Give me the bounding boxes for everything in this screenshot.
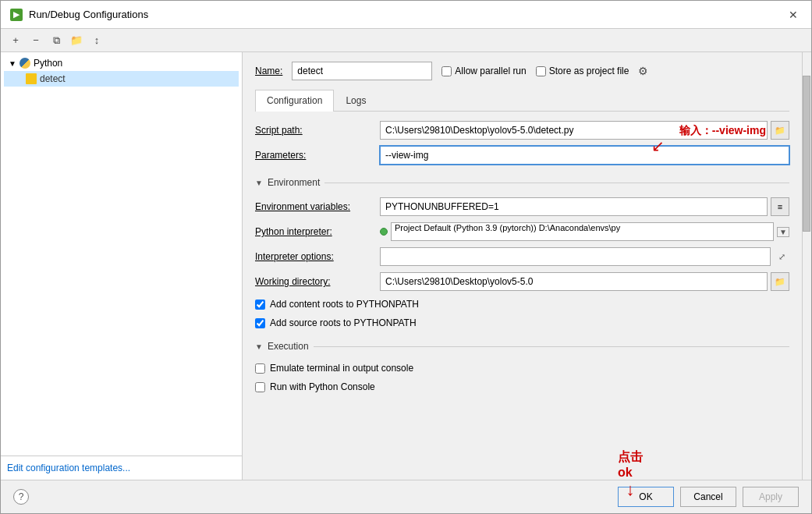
folder-config-button[interactable]: 📁 bbox=[68, 32, 85, 49]
script-path-label: Script path: bbox=[255, 125, 380, 136]
emulate-terminal-checkbox[interactable] bbox=[255, 363, 265, 374]
working-dir-input[interactable] bbox=[380, 272, 768, 291]
parameters-input[interactable] bbox=[380, 146, 789, 165]
section-divider bbox=[324, 183, 789, 183]
script-path-browse[interactable]: 📁 bbox=[771, 121, 789, 140]
edit-templates-link[interactable]: Edit configuration templates... bbox=[7, 463, 130, 473]
env-vars-edit[interactable]: ≡ bbox=[771, 197, 789, 216]
apply-button[interactable]: Apply bbox=[743, 487, 799, 507]
interp-options-label: Interpreter options: bbox=[255, 251, 380, 262]
name-label: Name: bbox=[255, 66, 282, 76]
execution-section-header: ▼ Execution bbox=[255, 341, 789, 352]
ok-button-container: 点击ok ↓ OK bbox=[618, 487, 674, 507]
sidebar-child-label: detect bbox=[40, 73, 66, 84]
parameters-row: 输入：--view-img ↙ bbox=[380, 146, 789, 165]
sidebar-group-label: Python bbox=[34, 58, 62, 69]
scrollbar-thumb[interactable] bbox=[803, 76, 810, 232]
add-source-roots-checkbox[interactable] bbox=[255, 318, 265, 328]
toolbar: + − ⧉ 📁 ↕ bbox=[1, 29, 811, 52]
vertical-scrollbar[interactable] bbox=[802, 52, 811, 480]
tabs: Configuration Logs bbox=[255, 90, 789, 112]
run-python-console-row: Run with Python Console bbox=[255, 381, 789, 392]
environment-section-label: Environment bbox=[268, 177, 320, 188]
python-interp-label: Python interpreter: bbox=[255, 226, 380, 237]
interp-options-expand[interactable]: ⤢ bbox=[774, 249, 789, 264]
bottom-left: ? bbox=[13, 489, 612, 505]
sort-config-button[interactable]: ↕ bbox=[88, 32, 105, 49]
bottom-bar: ? 点击ok ↓ OK Cancel Apply bbox=[1, 480, 811, 513]
env-vars-row: ≡ bbox=[380, 197, 789, 216]
title-bar-left: ▶ Run/Debug Configurations bbox=[10, 9, 148, 21]
working-dir-browse[interactable]: 📁 bbox=[771, 272, 789, 291]
store-project-label: Store as project file bbox=[536, 66, 629, 76]
store-project-checkbox[interactable] bbox=[536, 66, 546, 76]
remove-config-button[interactable]: − bbox=[27, 32, 44, 49]
allow-parallel-label: Allow parallel run bbox=[441, 66, 526, 76]
interpreter-dropdown-arrow[interactable]: ▼ bbox=[777, 227, 789, 237]
run-python-console-checkbox[interactable] bbox=[255, 382, 265, 392]
name-row: Name: Allow parallel run Store as projec… bbox=[255, 62, 789, 80]
python-icon bbox=[20, 58, 30, 69]
tab-logs[interactable]: Logs bbox=[334, 90, 378, 111]
execution-section-divider bbox=[314, 346, 789, 347]
dialog-title: Run/Debug Configurations bbox=[29, 9, 148, 20]
help-button[interactable]: ? bbox=[13, 489, 29, 505]
configuration-form: Script path: 📁 Parameters: 输入：--view-img… bbox=[255, 121, 789, 392]
interp-options-input[interactable] bbox=[380, 247, 771, 266]
main-content: ▼ Python detect Edit configuration templ… bbox=[1, 52, 811, 480]
sidebar-tree: ▼ Python detect bbox=[1, 52, 242, 456]
gear-button[interactable]: ⚙ bbox=[638, 65, 648, 77]
title-bar: ▶ Run/Debug Configurations ✕ bbox=[1, 1, 811, 29]
interp-options-row: ⤢ bbox=[380, 247, 789, 266]
add-content-roots-row: Add content roots to PYTHONPATH bbox=[255, 299, 789, 310]
allow-parallel-checkbox[interactable] bbox=[441, 66, 452, 76]
name-input[interactable] bbox=[292, 62, 432, 80]
chevron-down-icon: ▼ bbox=[9, 59, 16, 68]
sidebar-item-python[interactable]: ▼ Python bbox=[4, 55, 239, 71]
add-content-roots-label: Add content roots to PYTHONPATH bbox=[270, 299, 419, 310]
app-icon: ▶ bbox=[10, 9, 23, 21]
add-source-roots-label: Add source roots to PYTHONPATH bbox=[270, 317, 417, 328]
emulate-terminal-row: Emulate terminal in output console bbox=[255, 363, 789, 374]
add-config-button[interactable]: + bbox=[7, 32, 24, 49]
working-dir-label: Working directory: bbox=[255, 276, 380, 287]
collapse-arrow-icon[interactable]: ▼ bbox=[255, 179, 263, 187]
run-debug-dialog: ▶ Run/Debug Configurations ✕ + − ⧉ 📁 ↕ ▼… bbox=[0, 0, 812, 514]
execution-collapse-icon[interactable]: ▼ bbox=[255, 342, 263, 351]
add-source-roots-row: Add source roots to PYTHONPATH bbox=[255, 317, 789, 328]
sidebar: ▼ Python detect Edit configuration templ… bbox=[1, 52, 243, 480]
close-button[interactable]: ✕ bbox=[785, 6, 802, 23]
copy-config-button[interactable]: ⧉ bbox=[48, 32, 65, 49]
right-panel: Name: Allow parallel run Store as projec… bbox=[243, 52, 802, 480]
emulate-terminal-label: Emulate terminal in output console bbox=[270, 363, 413, 374]
execution-section-label: Execution bbox=[268, 341, 309, 352]
config-icon bbox=[26, 73, 37, 84]
run-python-console-label: Run with Python Console bbox=[270, 381, 375, 392]
sidebar-footer: Edit configuration templates... bbox=[1, 456, 242, 480]
annotation-view-img: 输入：--view-img bbox=[679, 124, 766, 138]
environment-section-header: ▼ Environment bbox=[255, 177, 789, 188]
working-dir-row: 📁 bbox=[380, 272, 789, 291]
interpreter-status-dot bbox=[380, 228, 388, 236]
parameters-label: Parameters: bbox=[255, 150, 380, 161]
interpreter-select[interactable]: Project Default (Python 3.9 (pytorch)) D… bbox=[391, 222, 774, 241]
env-vars-label: Environment variables: bbox=[255, 201, 380, 212]
tab-configuration[interactable]: Configuration bbox=[255, 90, 334, 112]
sidebar-item-detect[interactable]: detect bbox=[4, 71, 239, 87]
arrow-down-annotation: ↙ bbox=[651, 136, 665, 155]
add-content-roots-checkbox[interactable] bbox=[255, 300, 265, 310]
cancel-button[interactable]: Cancel bbox=[680, 487, 736, 507]
python-interp-row: Project Default (Python 3.9 (pytorch)) D… bbox=[380, 222, 789, 241]
ok-button[interactable]: OK bbox=[618, 487, 674, 507]
env-vars-input[interactable] bbox=[380, 197, 768, 216]
